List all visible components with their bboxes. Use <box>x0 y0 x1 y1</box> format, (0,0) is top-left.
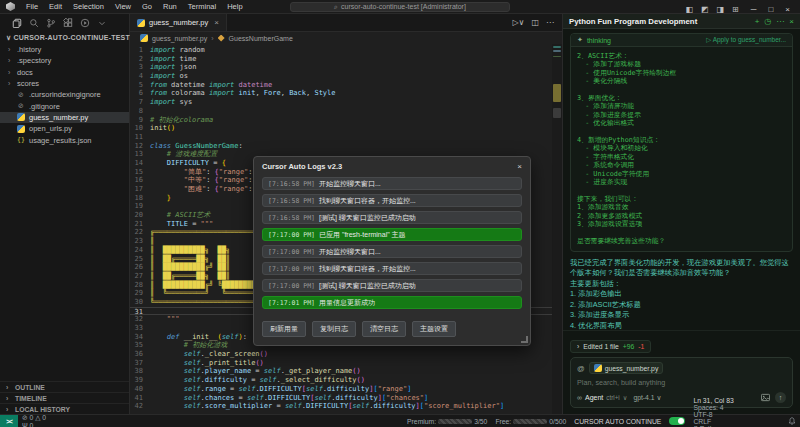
notifications-bell-icon[interactable] <box>784 417 800 425</box>
eol[interactable]: CRLF <box>689 418 784 425</box>
section-timeline[interactable]: ›TIMELINE <box>0 392 129 403</box>
sidebar-item--specstory[interactable]: ›.specstory <box>0 55 129 66</box>
tab-close-icon[interactable]: × <box>214 18 219 27</box>
auto-continue-label[interactable]: CURSOR AUTO CONTINUE <box>570 418 665 425</box>
debug-icon[interactable] <box>80 18 90 28</box>
json-icon: {} <box>17 136 25 144</box>
sidebar-item--history[interactable]: ›.history <box>0 44 129 55</box>
toggle-panel-icon[interactable]: ◩ <box>697 4 713 15</box>
close-icon[interactable]: × <box>779 4 796 15</box>
thinking-line: - 美化分隔线 <box>577 77 786 85</box>
sidebar-item-guess-number-py[interactable]: guess_number.py <box>0 112 129 123</box>
sidebar-item-open-urls-py[interactable]: open_urls.py <box>0 123 129 134</box>
dialog-button-3[interactable]: 主题设置 <box>412 321 456 337</box>
more-icon[interactable]: ⋯ <box>776 17 784 26</box>
line-number: 41 <box>130 394 150 403</box>
toggle-secondary-sidebar-icon[interactable]: ◨ <box>713 4 729 15</box>
menu-go[interactable]: Go <box>137 0 157 13</box>
line-number: 40 <box>130 385 150 394</box>
split-editor-icon[interactable]: ◫ <box>531 18 539 27</box>
log-list: [7:16:58 PM]开始监控聊天窗口...[7:16:58 PM]找到聊天窗… <box>254 174 530 309</box>
log-timestamp: [7:17:01 PM] <box>268 299 315 307</box>
thinking-line: 接下来，我们可以： <box>577 195 786 203</box>
command-center-search[interactable]: ⌕ cursor-auto-continue-test [Administrat… <box>290 2 510 12</box>
auto-continue-toggle[interactable] <box>669 417 685 425</box>
sidebar-item-docs[interactable]: ›docs <box>0 67 129 78</box>
toggle-primary-sidebar-icon[interactable]: ◧ <box>681 4 697 15</box>
encoding[interactable]: UTF-8 <box>689 411 784 418</box>
dialog-button-1[interactable]: 复制日志 <box>312 321 356 337</box>
section-local-history[interactable]: ›LOCAL HISTORY <box>0 403 129 414</box>
cursor-position[interactable]: Ln 31, Col 83 <box>689 397 784 404</box>
apply-button[interactable]: ▷ Apply to guess_number... <box>706 36 786 44</box>
additions-count: +96 <box>623 343 635 350</box>
message-line: 4. 优化界面布局 <box>570 321 793 330</box>
menu-view[interactable]: View <box>110 0 136 13</box>
line-content: import random <box>150 46 205 55</box>
thinking-line <box>577 187 786 195</box>
breadcrumb-file[interactable]: guess_number.py <box>152 35 207 42</box>
resize-handle[interactable] <box>521 336 528 343</box>
sidebar-item-usage-results-json[interactable]: {}usage_results.json <box>0 134 129 145</box>
extensions-icon[interactable] <box>63 18 73 28</box>
explorer-icon[interactable] <box>12 18 22 28</box>
history-icon[interactable]: ◷ <box>764 17 771 26</box>
line-number: 15 <box>130 168 150 177</box>
customize-layout-icon[interactable]: ⊞ <box>728 4 743 15</box>
dialog-button-0[interactable]: 刷新用量 <box>262 321 306 337</box>
add-context-icon[interactable]: @ <box>577 364 585 373</box>
dialog-header[interactable]: Cursor Auto Logs v2.3 × <box>254 157 530 174</box>
line-number: 19 <box>130 202 150 211</box>
thinking-line: 3、添加游戏设置选项 <box>577 220 786 228</box>
thinking-line: - Unicode字符使用 <box>577 170 786 178</box>
run-button[interactable]: ▷∨ <box>512 18 524 27</box>
thinking-line: - 系统命令调用 <box>577 161 786 169</box>
problems-indicator[interactable]: ⊘ 0 △ 0 <box>18 414 50 422</box>
add-chat-icon[interactable]: + <box>755 17 760 26</box>
chevron-right-icon: › <box>8 80 13 87</box>
thinking-header[interactable]: ✦ thinking ▷ Apply to guess_number... <box>571 34 792 47</box>
dialog-button-2[interactable]: 清空日志 <box>362 321 406 337</box>
premium-usage[interactable]: Premium: 3/50 <box>403 418 491 425</box>
status-right: Premium: 3/50 Free: 0/500 CURSOR AUTO CO… <box>403 397 800 427</box>
tab-guess-number[interactable]: guess_number.py × <box>130 14 227 31</box>
log-entry: [7:17:00 PM]已应用 "fresh-terminal" 主题 <box>262 228 522 241</box>
log-entry: [7:16:58 PM]开始监控聊天窗口... <box>262 177 522 190</box>
remote-indicator[interactable]: >< <box>0 415 18 427</box>
line-number: 21 <box>130 220 150 229</box>
breadcrumb-symbol[interactable]: GuessNumberGame <box>229 35 293 42</box>
minimap[interactable] <box>552 44 562 414</box>
free-usage[interactable]: Free: 0/500 <box>491 418 570 425</box>
activity-bar <box>0 14 129 31</box>
menu-edit[interactable]: Edit <box>44 0 67 13</box>
more-actions-icon[interactable]: ⋯ <box>546 18 554 27</box>
sidebar-item-scores[interactable]: ›scores <box>0 78 129 89</box>
breadcrumb-separator: › <box>211 35 213 42</box>
menu-file[interactable]: File <box>21 0 43 13</box>
minimize-icon[interactable]: ─ <box>745 4 763 15</box>
ports-indicator[interactable]: Ψ 0 <box>18 422 50 427</box>
menu-terminal[interactable]: Terminal <box>183 0 221 13</box>
section-outline[interactable]: ›OUTLINE <box>0 381 129 392</box>
log-message: 找到聊天窗口容器，开始监控... <box>319 264 416 274</box>
menu-help[interactable]: Help <box>222 0 247 13</box>
source-control-icon[interactable] <box>46 18 56 28</box>
maximize-icon[interactable]: □ <box>762 4 779 15</box>
search-icon[interactable] <box>29 18 39 28</box>
edited-files-pill[interactable]: › Edited 1 file +96 -1 <box>570 340 651 353</box>
section-label: TIMELINE <box>15 395 47 402</box>
code-line: 6from colorama import init, Fore, Back, … <box>130 89 552 98</box>
line-content: from datetime import datetime <box>150 81 272 90</box>
python-icon <box>594 364 602 372</box>
more-chevron-icon[interactable] <box>97 18 107 28</box>
menu-run[interactable]: Run <box>158 0 182 13</box>
menu-selection[interactable]: Selection <box>68 0 109 13</box>
chat-input-placeholder[interactable]: Plan, search, build anything <box>577 378 786 387</box>
close-panel-icon[interactable]: × <box>789 17 794 26</box>
sidebar-item--cursorindexingignore[interactable]: ⊘.cursorindexingignore <box>0 89 129 100</box>
sidebar-item--gitignore[interactable]: ⊘.gitignore <box>0 100 129 111</box>
explorer-root[interactable]: ∨ CURSOR-AUTO-CONTINUE-TEST <box>0 31 129 44</box>
context-file-pill[interactable]: guess_number.py <box>589 362 664 374</box>
close-icon[interactable]: × <box>517 162 522 171</box>
indentation[interactable]: Spaces: 4 <box>689 404 784 411</box>
